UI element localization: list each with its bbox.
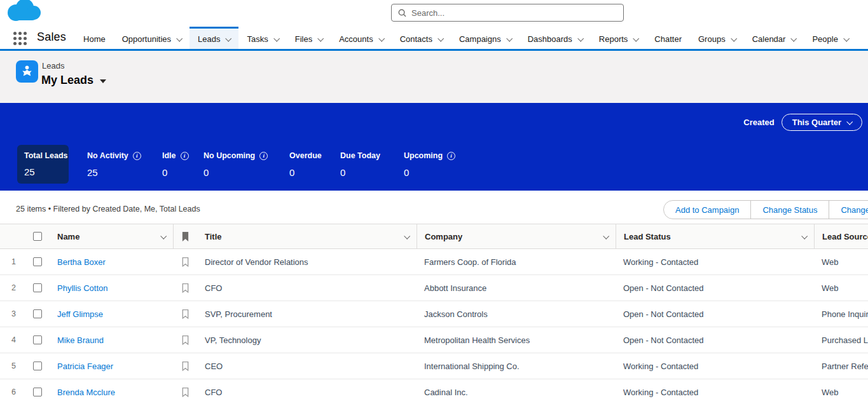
chevron-down-icon[interactable]: [273, 35, 280, 41]
object-label: Leads: [42, 61, 64, 71]
info-icon[interactable]: i: [259, 152, 268, 160]
row-checkbox[interactable]: [33, 335, 42, 344]
nav-tabs: Home Opportunities Leads Tasks Files Acc…: [75, 27, 857, 49]
add-to-campaign-button[interactable]: Add to Campaign: [663, 200, 751, 219]
column-header-bookmark[interactable]: [173, 224, 197, 248]
lead-company: Metropolitan Health Services: [417, 335, 616, 345]
row-checkbox[interactable]: [33, 257, 42, 266]
search-icon: [398, 9, 406, 17]
tab-people[interactable]: People: [804, 27, 856, 49]
chevron-down-icon[interactable]: [731, 35, 737, 41]
chevron-down-icon[interactable]: [577, 35, 584, 41]
app-name: Sales: [32, 27, 75, 49]
metric-no-upcoming[interactable]: No Upcomingi 0: [203, 151, 268, 178]
tab-reports[interactable]: Reports: [591, 27, 647, 49]
column-header-lead-status[interactable]: Lead Status: [616, 224, 814, 248]
metric-value: 25: [24, 166, 62, 177]
chevron-down-icon[interactable]: [603, 233, 609, 239]
chevron-down-icon[interactable]: [378, 35, 385, 41]
chevron-down-icon[interactable]: [317, 35, 324, 41]
row-checkbox[interactable]: [33, 388, 42, 396]
metric-upcoming[interactable]: Upcomingi 0: [404, 151, 455, 178]
metric-due-today[interactable]: Due Today 0: [340, 151, 380, 178]
row-checkbox[interactable]: [33, 309, 42, 318]
chevron-down-icon[interactable]: [801, 233, 808, 239]
bookmark-icon[interactable]: [181, 283, 189, 294]
tab-leads[interactable]: Leads: [189, 27, 238, 49]
row-number: 6: [0, 388, 27, 396]
select-all-checkbox[interactable]: [33, 232, 42, 241]
chevron-down-icon[interactable]: [506, 35, 513, 41]
chevron-down-icon[interactable]: [404, 233, 410, 239]
column-header-lead-source[interactable]: Lead Source: [814, 224, 868, 248]
tab-campaigns[interactable]: Campaigns: [451, 27, 520, 49]
tab-contacts[interactable]: Contacts: [392, 27, 451, 49]
metric-overdue[interactable]: Overdue 0: [289, 151, 322, 178]
change-status-button[interactable]: Change Status: [750, 200, 829, 219]
metric-no-activity[interactable]: No Activityi 25: [87, 151, 141, 178]
lead-status: Working - Contacted: [616, 388, 814, 397]
tab-groups[interactable]: Groups: [690, 27, 744, 49]
lead-status: Open - Not Contacted: [616, 283, 814, 293]
metric-total-leads[interactable]: Total Leads 25: [17, 145, 69, 184]
metric-idle[interactable]: Idlei 0: [162, 151, 189, 178]
chevron-down-icon[interactable]: [791, 35, 797, 41]
tab-files[interactable]: Files: [287, 27, 331, 49]
lead-name-link[interactable]: Phyllis Cotton: [57, 283, 107, 293]
chevron-down-icon[interactable]: [176, 35, 183, 41]
lead-company: Farmers Coop. of Florida: [417, 257, 616, 267]
global-search[interactable]: [391, 4, 624, 22]
column-header-title[interactable]: Title: [197, 224, 417, 248]
bookmark-icon[interactable]: [181, 387, 189, 398]
search-input[interactable]: [411, 8, 617, 18]
date-range-dropdown[interactable]: This Quarter: [782, 114, 862, 131]
bookmark-icon[interactable]: [181, 335, 189, 346]
table-header-row: Name Title Company Lead Status Lead Sour…: [0, 224, 868, 249]
tab-chatter[interactable]: Chatter: [646, 27, 690, 49]
lead-name-link[interactable]: Bertha Boxer: [57, 257, 106, 267]
lead-name-link[interactable]: Brenda Mcclure: [57, 388, 115, 397]
info-icon[interactable]: i: [133, 152, 141, 160]
bookmark-icon[interactable]: [181, 309, 189, 320]
list-view-selector[interactable]: My Leads: [41, 74, 106, 87]
lead-name-link[interactable]: Jeff Glimpse: [57, 309, 103, 319]
column-header-name[interactable]: Name: [48, 224, 173, 248]
leads-table: Name Title Company Lead Status Lead Sour…: [0, 224, 868, 399]
intelligence-banner: Created This Quarter Total Leads 25 No A…: [0, 103, 868, 191]
info-icon[interactable]: i: [181, 152, 189, 160]
tab-opportunities[interactable]: Opportunities: [114, 27, 189, 49]
row-number: 5: [0, 362, 27, 370]
bookmark-icon[interactable]: [181, 257, 189, 267]
lead-source: Web: [814, 257, 868, 267]
row-checkbox[interactable]: [33, 362, 42, 370]
tab-calendar[interactable]: Calendar: [744, 27, 804, 49]
list-action-buttons: Add to Campaign Change Status Change Own…: [663, 200, 868, 219]
app-launcher-icon[interactable]: [11, 30, 28, 46]
change-owner-button[interactable]: Change Owner: [829, 200, 868, 219]
table-row: 6 Brenda Mcclure CFO Cadinal Inc. Workin…: [0, 379, 868, 399]
app-navigation-bar: Sales Home Opportunities Leads Tasks Fil…: [0, 27, 868, 51]
chevron-down-icon[interactable]: [843, 35, 850, 41]
lead-status: Working - Contacted: [616, 362, 814, 371]
caret-down-icon[interactable]: [100, 79, 106, 83]
info-icon[interactable]: i: [447, 152, 455, 160]
column-header-company[interactable]: Company: [417, 224, 616, 248]
chevron-down-icon[interactable]: [160, 233, 167, 239]
chevron-down-icon[interactable]: [226, 35, 232, 41]
salesforce-leads-page: Sales Home Opportunities Leads Tasks Fil…: [0, 0, 868, 399]
chevron-down-icon[interactable]: [437, 35, 444, 41]
tab-tasks[interactable]: Tasks: [238, 27, 286, 49]
lead-company: Cadinal Inc.: [417, 388, 616, 397]
tab-home[interactable]: Home: [75, 27, 114, 49]
lead-name-link[interactable]: Mike Braund: [57, 335, 104, 345]
bookmark-icon[interactable]: [181, 361, 189, 372]
tab-accounts[interactable]: Accounts: [331, 27, 391, 49]
lead-status: Open - Not Contacted: [616, 309, 814, 319]
row-checkbox[interactable]: [33, 283, 42, 292]
chevron-down-icon[interactable]: [633, 35, 640, 41]
lead-name-link[interactable]: Patricia Feager: [57, 362, 113, 371]
lead-source: Phone Inquiry: [814, 309, 868, 319]
table-row: 4 Mike Braund VP, Technology Metropolita…: [0, 327, 868, 353]
lead-company: Jackson Controls: [417, 309, 616, 319]
tab-dashboards[interactable]: Dashboards: [520, 27, 591, 49]
